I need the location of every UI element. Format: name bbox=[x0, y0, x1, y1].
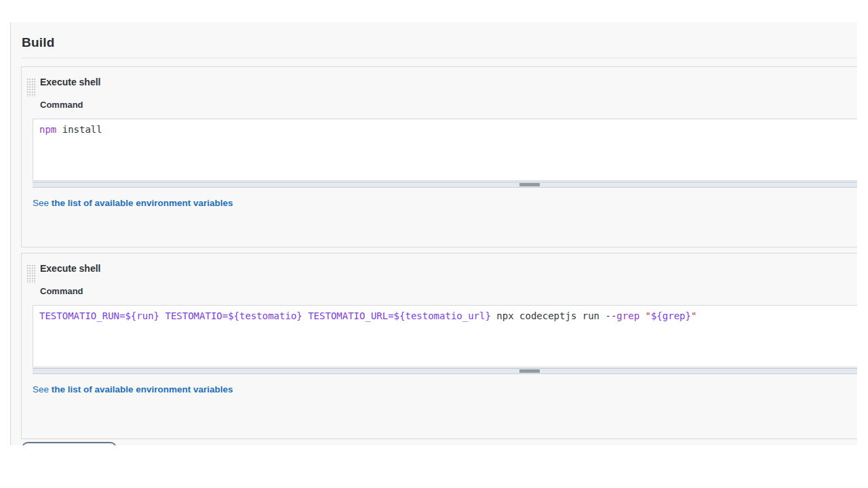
resize-grip-icon bbox=[519, 183, 540, 186]
command-label: Command bbox=[40, 286, 83, 296]
page-title: Build bbox=[22, 35, 55, 50]
help-prefix: See bbox=[33, 198, 52, 208]
section-divider bbox=[22, 58, 857, 58]
build-step-title: Execute shell bbox=[40, 77, 101, 87]
build-step-title: Execute shell bbox=[40, 263, 101, 274]
drag-handle-icon[interactable] bbox=[26, 78, 36, 97]
resize-grip-icon bbox=[519, 369, 540, 373]
command-editor[interactable]: TESTOMATIO_RUN=${run} TESTOMATIO=${testo… bbox=[33, 305, 857, 367]
environment-variables-help: See the list of available environment va… bbox=[33, 384, 233, 394]
environment-variables-link[interactable]: the list of available environment variab… bbox=[52, 198, 233, 208]
command-editor[interactable]: npm install bbox=[33, 119, 857, 181]
textarea-resize-handle[interactable] bbox=[33, 368, 857, 374]
add-build-step-button[interactable] bbox=[22, 442, 117, 445]
textarea-resize-handle[interactable] bbox=[33, 182, 857, 188]
command-text: npm install bbox=[39, 124, 102, 135]
build-step-panel: Execute shell Command TESTOMATIO_RUN=${r… bbox=[21, 253, 857, 439]
build-step-panel: Execute shell Command npm install See th… bbox=[21, 66, 857, 247]
build-config-section: Build Execute shell Command npm install … bbox=[10, 22, 857, 445]
environment-variables-help: See the list of available environment va… bbox=[33, 198, 233, 208]
help-prefix: See bbox=[33, 384, 52, 394]
command-text: TESTOMATIO_RUN=${run} TESTOMATIO=${testo… bbox=[39, 310, 696, 321]
command-label: Command bbox=[40, 100, 83, 110]
drag-handle-icon[interactable] bbox=[26, 264, 36, 283]
environment-variables-link[interactable]: the list of available environment variab… bbox=[52, 384, 233, 394]
